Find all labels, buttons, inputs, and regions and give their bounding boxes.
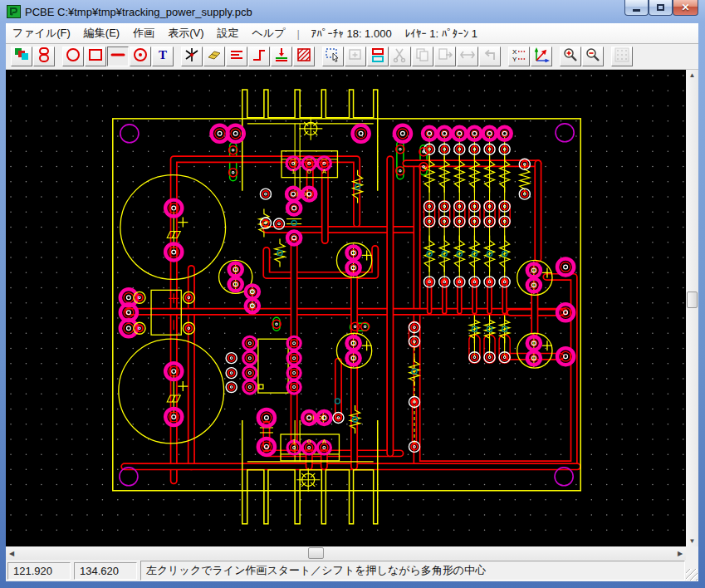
status-x-coordinate: 121.920 xyxy=(7,562,71,580)
toolbar-copy-button xyxy=(412,47,433,66)
pcbe-app-icon xyxy=(7,5,21,18)
toolbar-xy-input-button[interactable]: XY xyxy=(508,47,530,66)
line-icon xyxy=(109,47,127,66)
maximize-icon xyxy=(657,4,664,11)
status-bar: 121.920 134.620 左クリックでライン作画スタート／シフトを押しなが… xyxy=(6,560,698,581)
toolbar-cut-button xyxy=(389,47,411,66)
toolbar-pin-button[interactable] xyxy=(181,47,203,66)
vertical-scroll-thumb[interactable] xyxy=(687,292,698,308)
toolbar-group-button xyxy=(345,47,366,66)
window-content: ファイル(F)編集(E)作画表示(V)設定ヘルプ|ｱﾊﾟｰﾁｬ 18: 1.00… xyxy=(6,23,698,581)
bend-line-icon xyxy=(250,47,268,66)
undo-icon xyxy=(481,47,499,66)
toolbar-grid-button xyxy=(611,47,633,66)
toolbar-undo-button xyxy=(479,47,501,66)
toolbar-stretch-button xyxy=(457,47,478,66)
svg-text:X: X xyxy=(512,48,517,56)
rotate-icon xyxy=(532,47,551,66)
horizontal-scroll-thumb[interactable] xyxy=(308,547,324,559)
stretch-icon xyxy=(458,47,477,66)
svg-text:T: T xyxy=(159,48,167,61)
copy-icon xyxy=(414,47,432,66)
insert-vertex-icon xyxy=(272,47,291,66)
toolbar-flip-button[interactable] xyxy=(367,47,389,66)
toolbar-rectangle-button[interactable] xyxy=(85,47,106,66)
menu-item-4[interactable]: 設定 xyxy=(211,23,246,43)
toolbar-oval-pad-button[interactable] xyxy=(33,47,55,66)
svg-text:O: O xyxy=(307,167,311,174)
minimize-button[interactable] xyxy=(624,0,649,16)
canvas-row: IOAIOA ▲ ▼ xyxy=(6,70,698,547)
status-message: 左クリックでライン作画スタート／シフトを押しながら多角形の中心 xyxy=(140,561,685,581)
zoom-out-icon xyxy=(584,47,602,66)
flip-icon xyxy=(369,47,387,66)
pcb-canvas[interactable]: IOAIOA xyxy=(6,70,686,547)
svg-text:A: A xyxy=(322,438,326,445)
title-bar: PCBE C:¥tmp¥tmp¥tracking_power_supply.pc… xyxy=(0,0,705,23)
xy-input-icon: XY xyxy=(510,47,528,66)
horizontal-scroll-track[interactable] xyxy=(17,546,674,560)
maximize-button[interactable] xyxy=(649,0,673,16)
aperture-indicator: ｱﾊﾟｰﾁｬ 18: 1.000 xyxy=(305,27,399,40)
toolbar-circle-button[interactable] xyxy=(62,47,84,66)
toolbar-paste-button xyxy=(434,47,456,66)
select-icon xyxy=(324,47,342,66)
vertical-scrollbar[interactable]: ▲ ▼ xyxy=(686,70,698,547)
toolbar-select-button[interactable] xyxy=(322,47,344,66)
toolbar-fill-hatch-button[interactable] xyxy=(293,47,315,66)
zoom-in-icon xyxy=(561,47,580,66)
vertical-scroll-track[interactable] xyxy=(686,81,698,536)
toolbar-eraser-button[interactable] xyxy=(203,47,225,66)
toolbar-rotate-button[interactable] xyxy=(531,47,552,66)
scroll-left-button[interactable]: ◀ xyxy=(6,546,17,560)
resize-grip[interactable] xyxy=(686,569,698,581)
toolbar-layer-visibility-button[interactable] xyxy=(11,47,32,66)
paste-icon xyxy=(436,47,454,66)
minimize-icon xyxy=(633,9,640,12)
menu-bar: ファイル(F)編集(E)作画表示(V)設定ヘルプ|ｱﾊﾟｰﾁｬ 18: 1.00… xyxy=(6,23,698,44)
svg-text:Y: Y xyxy=(512,56,517,63)
pattern-lines-icon xyxy=(228,47,246,66)
toolbar-line-button[interactable] xyxy=(107,47,129,66)
hscroll-row: ◀ ▶ xyxy=(6,546,698,560)
layer-indicator: ﾚｲﾔｰ 1: ﾊﾟﾀｰﾝ 1 xyxy=(399,27,484,40)
eraser-icon xyxy=(205,47,223,66)
close-button[interactable]: ✕ xyxy=(673,0,698,16)
rectangle-icon xyxy=(86,47,105,66)
pcb-drawing: IOAIOA xyxy=(6,70,686,547)
menu-item-5[interactable]: ヘルプ xyxy=(246,23,292,43)
group-icon xyxy=(346,47,365,66)
cut-icon xyxy=(391,47,409,66)
scrollbar-corner xyxy=(686,546,698,560)
menu-item-0[interactable]: ファイル(F) xyxy=(6,23,77,43)
toolbar-zoom-in-button[interactable] xyxy=(560,47,581,66)
svg-text:I: I xyxy=(292,438,296,445)
svg-text:A: A xyxy=(322,167,326,174)
status-y-coordinate: 134.620 xyxy=(74,562,137,580)
scroll-down-button[interactable]: ▼ xyxy=(686,535,698,546)
layer-visibility-icon xyxy=(12,47,31,66)
oval-pad-icon xyxy=(35,47,53,66)
pin-icon xyxy=(183,47,201,66)
menu-item-2[interactable]: 作画 xyxy=(126,23,161,43)
menu-item-1[interactable]: 編集(E) xyxy=(77,23,126,43)
fill-hatch-icon xyxy=(295,47,313,66)
horizontal-scrollbar[interactable]: ◀ ▶ xyxy=(6,546,686,560)
menu-item-3[interactable]: 表示(V) xyxy=(161,23,210,43)
pad-icon xyxy=(131,47,149,66)
svg-text:O: O xyxy=(307,438,311,445)
svg-text:I: I xyxy=(291,167,296,174)
pcbe-window: PCBE C:¥tmp¥tmp¥tracking_power_supply.pc… xyxy=(0,0,705,588)
toolbar: TXY xyxy=(6,44,698,70)
toolbar-text-button[interactable]: T xyxy=(152,47,174,66)
toolbar-insert-vertex-button[interactable] xyxy=(271,47,292,66)
scroll-up-button[interactable]: ▲ xyxy=(686,70,698,81)
toolbar-pad-button[interactable] xyxy=(130,47,151,66)
window-title: PCBE C:¥tmp¥tmp¥tracking_power_supply.pc… xyxy=(25,6,252,18)
menu-separator: | xyxy=(291,27,304,40)
toolbar-bend-line-button[interactable] xyxy=(248,47,270,66)
toolbar-zoom-out-button[interactable] xyxy=(582,47,604,66)
toolbar-pattern-lines-button[interactable] xyxy=(226,47,247,66)
close-icon: ✕ xyxy=(681,2,689,12)
scroll-right-button[interactable]: ▶ xyxy=(674,546,686,560)
